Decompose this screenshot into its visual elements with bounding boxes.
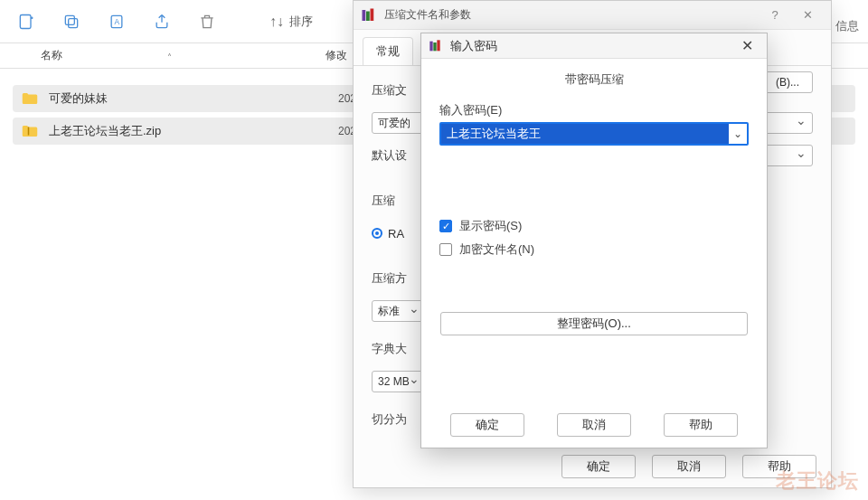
checkbox-icon	[439, 220, 452, 232]
svg-rect-2	[65, 15, 74, 24]
password-input[interactable]: 上老王论坛当老王 ⌄	[439, 122, 749, 146]
watermark: 老王论坛	[776, 467, 859, 495]
method-combo[interactable]: 标准	[372, 300, 426, 322]
ok-button[interactable]: 确定	[561, 455, 636, 478]
svg-rect-5	[28, 127, 30, 136]
ok-button[interactable]: 确定	[450, 413, 524, 437]
new-icon[interactable]	[16, 12, 36, 32]
sort-arrow-icon: ˄	[167, 52, 172, 62]
svg-rect-11	[437, 40, 439, 51]
split-label: 切分为	[372, 411, 422, 428]
organize-passwords-button[interactable]: 整理密码(O)...	[440, 312, 748, 335]
password-subtitle: 带密码压缩	[439, 71, 749, 88]
copy-icon[interactable]	[61, 12, 81, 32]
help-button-icon[interactable]: ?	[759, 3, 791, 28]
svg-rect-8	[371, 8, 374, 21]
svg-text:A: A	[115, 17, 120, 26]
help-button[interactable]: 帮助	[664, 413, 738, 437]
show-password-checkbox[interactable]: 显示密码(S)	[439, 218, 749, 234]
format-label: 压缩	[372, 193, 422, 209]
winrar-icon	[361, 7, 377, 24]
chevron-down-icon[interactable]: ⌄	[729, 127, 747, 140]
rename-icon[interactable]: A	[107, 12, 127, 32]
password-footer: 确定 取消 帮助	[421, 413, 767, 437]
sort-label: 排序	[289, 14, 313, 30]
svg-rect-1	[69, 18, 78, 27]
svg-rect-10	[433, 42, 436, 51]
password-dialog-title: 输入密码	[450, 38, 734, 54]
cancel-button[interactable]: 取消	[652, 455, 726, 478]
dialog-titlebar: 压缩文件名和参数 ? ✕	[354, 1, 831, 30]
tab-general[interactable]: 常规	[363, 37, 413, 65]
folder-icon	[22, 91, 40, 106]
svg-rect-7	[366, 11, 370, 21]
share-icon[interactable]	[152, 12, 172, 32]
sort-button[interactable]: ↑↓ 排序	[269, 14, 313, 30]
delete-icon[interactable]	[197, 12, 217, 32]
svg-rect-0	[20, 14, 31, 28]
zip-icon	[22, 124, 40, 138]
winrar-icon	[429, 39, 443, 53]
close-icon[interactable]: ✕	[734, 35, 760, 57]
dialog-title: 压缩文件名和参数	[384, 7, 759, 23]
svg-rect-6	[363, 10, 366, 21]
encrypt-filenames-checkbox[interactable]: 加密文件名(N)	[439, 241, 749, 258]
archive-name-label: 压缩文	[372, 82, 422, 99]
dict-combo[interactable]: 32 MB	[372, 371, 426, 392]
password-field-label: 输入密码(E)	[439, 102, 749, 118]
cancel-button[interactable]: 取消	[557, 413, 631, 437]
file-name: 上老王论坛当老王.zip	[49, 123, 338, 139]
svg-rect-9	[429, 41, 432, 51]
radio-icon	[372, 228, 382, 239]
checkbox-icon	[439, 243, 452, 256]
column-name[interactable]: 名称 ˄	[0, 48, 326, 63]
password-value: 上老王论坛当老王	[441, 124, 729, 144]
file-name: 可爱的妹妹	[49, 90, 338, 107]
info-label: 信息	[835, 18, 859, 34]
method-label: 压缩方	[372, 270, 422, 287]
password-titlebar: 输入密码 ✕	[421, 33, 767, 59]
password-dialog: 输入密码 ✕ 带密码压缩 输入密码(E) 上老王论坛当老王 ⌄ 显示密码(S) …	[420, 33, 768, 448]
browse-button[interactable]: (B)...	[762, 71, 813, 93]
default-label: 默认设	[372, 147, 422, 164]
close-icon[interactable]: ✕	[791, 3, 824, 28]
sort-icon: ↑↓	[269, 14, 284, 30]
dict-label: 字典大	[372, 341, 422, 357]
